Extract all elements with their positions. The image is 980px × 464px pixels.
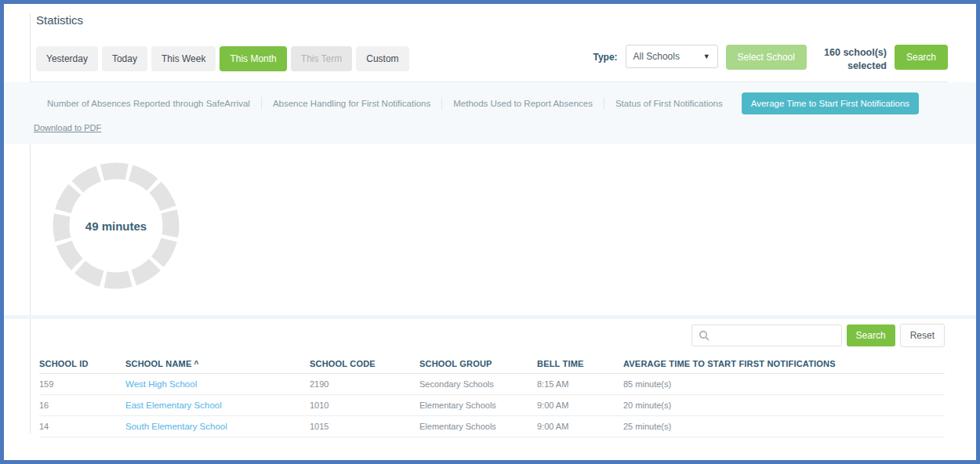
col-school-name-label: SCHOOL NAME — [125, 359, 192, 368]
schools-table: SCHOOL ID SCHOOL NAME^ SCHOOL CODE SCHOO… — [39, 353, 945, 437]
tab-number-of-absences[interactable]: Number of Absences Reported through Safe… — [36, 92, 261, 114]
cell-school-code: 1015 — [310, 422, 419, 431]
tab-absence-handling[interactable]: Absence Handling for First Notifications — [262, 92, 441, 114]
table-row: 159 West High School 2190 Secondary Scho… — [39, 374, 945, 395]
col-school-name[interactable]: SCHOOL NAME^ — [125, 359, 310, 368]
statistics-page: Statistics Yesterday Today This Week Thi… — [0, 0, 980, 464]
left-divider — [30, 13, 31, 433]
table-search-input-wrap[interactable] — [691, 324, 842, 346]
cell-school-name-link[interactable]: West High School — [125, 379, 310, 389]
cell-school-id: 14 — [39, 422, 125, 431]
report-tab-bar: Number of Absences Reported through Safe… — [4, 82, 976, 144]
filter-yesterday[interactable]: Yesterday — [36, 46, 98, 71]
col-school-group[interactable]: SCHOOL GROUP — [419, 359, 537, 368]
chevron-down-icon: ▼ — [703, 53, 710, 60]
filter-this-term: This Term — [291, 46, 352, 71]
selected-count: 160 school(s) selected — [815, 46, 887, 73]
sort-asc-icon: ^ — [194, 360, 199, 368]
type-label: Type: — [593, 52, 617, 63]
filter-this-month[interactable]: This Month — [220, 46, 286, 71]
cell-school-name-link[interactable]: South Elementary School — [125, 422, 310, 431]
cell-school-name-link[interactable]: East Elementary School — [125, 401, 310, 410]
cell-school-code: 2190 — [310, 379, 419, 389]
school-selection-bar: Type: All Schools ▼ Select School 160 sc… — [593, 45, 948, 73]
tab-status-first-notifications[interactable]: Status of First Notifications — [604, 92, 734, 114]
table-search-bar: Search Reset — [691, 324, 945, 347]
table-search-button[interactable]: Search — [847, 324, 895, 346]
avg-time-donut-chart: 49 minutes — [49, 159, 183, 292]
col-bell-time[interactable]: BELL TIME — [537, 359, 623, 368]
cell-school-id: 159 — [39, 379, 125, 389]
col-school-id[interactable]: SCHOOL ID — [39, 359, 125, 368]
cell-average-time: 25 minute(s) — [623, 422, 945, 431]
table-row: 14 South Elementary School 1015 Elementa… — [39, 416, 945, 437]
table-search-input[interactable] — [714, 329, 835, 342]
cell-bell-time: 9:00 AM — [537, 401, 623, 410]
cell-school-group: Secondary Schools — [419, 379, 537, 389]
cell-average-time: 85 minute(s) — [623, 379, 945, 389]
col-average-time[interactable]: AVERAGE TIME TO START FIRST NOTIFICATION… — [623, 359, 945, 368]
search-icon — [699, 330, 710, 341]
filter-custom[interactable]: Custom — [356, 46, 408, 71]
cell-average-time: 20 minute(s) — [623, 401, 945, 410]
cell-bell-time: 8:15 AM — [537, 379, 623, 389]
download-pdf-link[interactable]: Download to PDF — [34, 123, 101, 132]
cell-school-group: Elementary Schools — [419, 422, 537, 431]
date-filter-bar: Yesterday Today This Week This Month Thi… — [36, 46, 409, 71]
select-school-button[interactable]: Select School — [726, 45, 807, 70]
tab-average-time[interactable]: Average Time to Start First Notification… — [742, 92, 919, 114]
page-title: Statistics — [36, 13, 83, 27]
cell-school-group: Elementary Schools — [419, 401, 537, 410]
section-divider-band — [4, 315, 976, 319]
type-select[interactable]: All Schools ▼ — [626, 45, 718, 68]
table-row: 16 East Elementary School 1010 Elementar… — [39, 395, 945, 416]
search-button[interactable]: Search — [895, 45, 948, 70]
filter-this-week[interactable]: This Week — [151, 46, 216, 71]
filter-today[interactable]: Today — [102, 46, 147, 71]
cell-school-id: 16 — [39, 401, 125, 410]
table-header-row: SCHOOL ID SCHOOL NAME^ SCHOOL CODE SCHOO… — [39, 353, 945, 374]
col-school-code[interactable]: SCHOOL CODE — [310, 359, 419, 368]
donut-value-label: 49 minutes — [49, 159, 183, 292]
table-reset-button[interactable]: Reset — [900, 324, 945, 347]
tab-methods-used[interactable]: Methods Used to Report Absences — [442, 92, 604, 114]
cell-school-code: 1010 — [310, 401, 419, 410]
type-select-value: All Schools — [633, 51, 680, 62]
cell-bell-time: 9:00 AM — [537, 422, 623, 431]
